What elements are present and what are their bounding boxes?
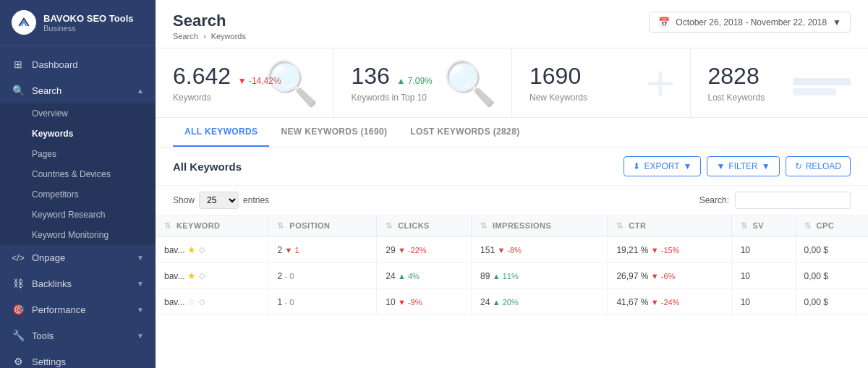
cell-position: 1 - 0 <box>268 289 377 315</box>
header-left: Search Search › Keywords <box>173 12 246 40</box>
impressions-value: 151 <box>480 245 495 255</box>
stat-label-new: New Keywords <box>529 93 673 103</box>
impressions-change: ▲ 11% <box>493 272 519 281</box>
page-header: Search Search › Keywords 📅 October 26, 2… <box>156 0 868 48</box>
sidebar-item-keywords[interactable]: Keywords <box>0 124 156 144</box>
brand-sub: Business <box>43 24 133 33</box>
tab-all-keywords[interactable]: ALL KEYWORDS <box>173 118 269 147</box>
impressions-value: 89 <box>480 271 490 281</box>
diamond-icon[interactable]: ◇ <box>199 245 205 254</box>
cell-keyword: bav... ★ ◇ <box>156 237 268 263</box>
chevron-down-icon: ▼ <box>762 161 770 171</box>
sidebar-item-label: Tools <box>32 330 54 341</box>
search-input[interactable] <box>735 192 851 209</box>
sidebar-item-dashboard[interactable]: ⊞ Dashboard <box>0 51 156 77</box>
search-box: Search: <box>699 192 851 209</box>
position-value: 1 <box>277 297 282 307</box>
date-range-button[interactable]: 📅 October 26, 2018 - November 22, 2018 ▼ <box>649 12 851 33</box>
ctr-value: 19,21 % <box>616 245 648 255</box>
col-sv[interactable]: ⇅ SV <box>731 215 795 237</box>
col-position[interactable]: ⇅ POSITION <box>268 215 377 237</box>
table-row: bav... ★ ◇ 2 ▼ 1 29 ▼ -22% 151 ▼ -8% 19,… <box>156 237 868 263</box>
cell-clicks: 24 ▲ 4% <box>377 263 472 289</box>
stat-value-new: 1690 <box>529 63 673 90</box>
sidebar-item-label: Search <box>32 85 61 96</box>
sidebar-item-overview[interactable]: Overview <box>0 103 156 124</box>
diamond-icon[interactable]: ◇ <box>199 271 205 281</box>
clicks-value: 29 <box>386 245 395 255</box>
date-range-label: October 26, 2018 - November 22, 2018 <box>676 17 827 27</box>
keyword-text: bav... <box>164 245 184 255</box>
cell-sv: 10 <box>731 289 795 315</box>
filter-button[interactable]: ▼ FILTER ▼ <box>707 156 779 176</box>
col-keyword[interactable]: ⇅ KEYWORD <box>156 215 268 237</box>
sidebar-item-label: Dashboard <box>32 59 78 70</box>
clicks-change: ▼ -9% <box>398 298 422 307</box>
sidebar-nav: ⊞ Dashboard 🔍 Search ▲ Overview Keywords… <box>0 46 156 368</box>
position-value: 2 <box>277 245 282 255</box>
reload-button[interactable]: ↻ RELOAD <box>786 156 851 176</box>
sort-icon: ⇅ <box>741 221 747 230</box>
cell-impressions: 89 ▲ 11% <box>472 263 608 289</box>
cell-cpc: 0,00 $ <box>795 237 868 263</box>
keyword-text: bav... <box>164 271 184 281</box>
cell-keyword: bav... ★ ◇ <box>156 263 268 289</box>
stat-card-lost: 2828 Lost Keywords <box>691 48 869 117</box>
col-impressions[interactable]: ⇅ IMPRESSIONS <box>472 215 608 237</box>
settings-icon: ⚙ <box>12 356 25 367</box>
star-icon[interactable]: ★ <box>187 270 196 281</box>
sidebar-item-competitors[interactable]: Competitors <box>0 184 156 205</box>
sidebar-item-label: Settings <box>32 356 66 367</box>
entries-select[interactable]: 25 50 100 <box>199 192 239 209</box>
sidebar-item-search[interactable]: 🔍 Search ▲ <box>0 77 156 103</box>
clicks-value: 10 <box>386 297 395 307</box>
table-wrapper: ⇅ KEYWORD ⇅ POSITION ⇅ CLICKS ⇅ <box>156 215 868 368</box>
stat-value-top10: 136 ▲ 7,09% <box>352 63 495 90</box>
cell-position: 2 - 0 <box>268 263 377 289</box>
sidebar-item-tools[interactable]: 🔧 Tools ▼ <box>0 322 156 348</box>
sidebar-item-keyword-monitoring[interactable]: Keyword Monitoring <box>0 225 156 245</box>
star-icon[interactable]: ★ <box>187 244 196 255</box>
sidebar-item-label: Performance <box>32 304 85 315</box>
tools-icon: 🔧 <box>12 330 25 341</box>
tab-new-keywords[interactable]: NEW KEYWORDS (1690) <box>269 118 399 147</box>
sidebar-item-settings[interactable]: ⚙ Settings <box>0 348 156 368</box>
entries-label: entries <box>243 195 269 205</box>
col-ctr[interactable]: ⇅ CTR <box>608 215 731 237</box>
table-row: bav... ☆ ◇ 1 - 0 10 ▼ -9% 24 ▲ 20% 41,67… <box>156 289 868 315</box>
sort-icon: ⇅ <box>480 221 487 230</box>
cell-ctr: 41,67 % ▼ -24% <box>608 289 731 315</box>
sort-icon: ⇅ <box>164 221 171 230</box>
cell-keyword: bav... ☆ ◇ <box>156 289 268 315</box>
cell-cpc: 0,00 $ <box>795 289 868 315</box>
col-clicks[interactable]: ⇅ CLICKS <box>377 215 472 237</box>
dropdown-arrow-icon: ▼ <box>833 17 841 27</box>
chevron-down-icon: ▼ <box>137 332 144 340</box>
clicks-value: 24 <box>386 271 395 281</box>
tab-lost-keywords[interactable]: LOST KEYWORDS (2828) <box>399 118 531 147</box>
sidebar-item-keyword-research[interactable]: Keyword Research <box>0 205 156 225</box>
impressions-change: ▼ -8% <box>497 246 522 254</box>
cell-clicks: 10 ▼ -9% <box>377 289 472 315</box>
toolbar-actions: ⬇ EXPORT ▼ ▼ FILTER ▼ ↻ RELOAD <box>624 156 851 176</box>
sidebar-item-performance[interactable]: 🎯 Performance ▼ <box>0 296 156 322</box>
diamond-icon[interactable]: ◇ <box>199 297 205 307</box>
keyword-icons: bav... ☆ ◇ <box>164 296 259 307</box>
cell-ctr: 19,21 % ▼ -15% <box>608 237 731 263</box>
cell-impressions: 24 ▲ 20% <box>472 289 608 315</box>
sidebar-item-onpage[interactable]: </> Onpage ▼ <box>0 245 156 270</box>
sidebar: BAVOKO SEO Tools Business ⊞ Dashboard 🔍 … <box>0 0 156 368</box>
sidebar-item-pages[interactable]: Pages <box>0 144 156 164</box>
cell-sv: 10 <box>731 263 795 289</box>
ctr-value: 41,67 % <box>616 297 648 307</box>
col-cpc[interactable]: ⇅ CPC <box>795 215 868 237</box>
page-title: Search <box>173 12 246 30</box>
export-button[interactable]: ⬇ EXPORT ▼ <box>624 156 701 176</box>
stat-label-lost: Lost Keywords <box>708 93 851 103</box>
star-icon[interactable]: ☆ <box>187 296 196 307</box>
sidebar-item-backlinks[interactable]: ⛓ Backlinks ▼ <box>0 270 156 296</box>
sort-icon: ⇅ <box>277 221 284 230</box>
sidebar-item-countries-devices[interactable]: Countries & Devices <box>0 164 156 184</box>
chevron-down-icon: ▼ <box>684 161 692 171</box>
ctr-change: ▼ -24% <box>651 298 680 307</box>
